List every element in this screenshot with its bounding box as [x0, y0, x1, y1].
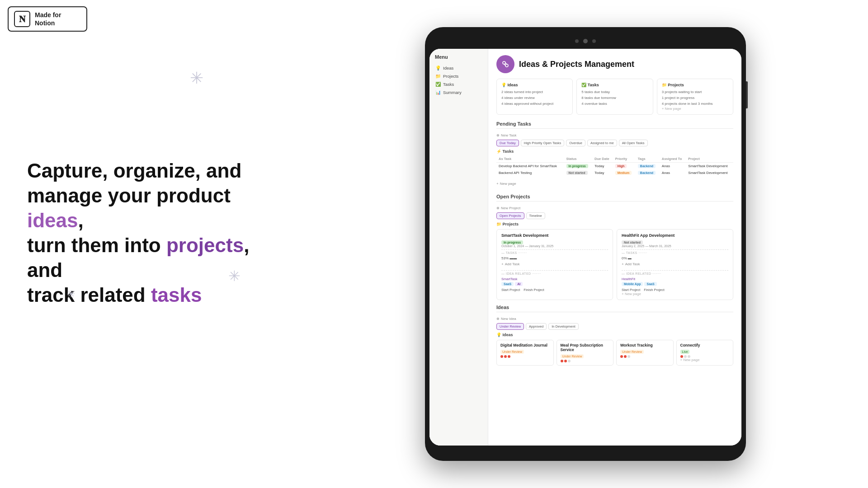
filter-timeline[interactable]: Timeline: [526, 212, 545, 219]
idea-priority-2: [561, 360, 610, 362]
idea-card-3[interactable]: Workout Tracking Under Review: [616, 340, 674, 366]
dot-1: [500, 355, 503, 358]
col-project: Project: [686, 155, 733, 163]
idea-card-1[interactable]: Digital Meditation Journal Under Review: [496, 340, 554, 366]
card-projects-title: 📁 Projects: [662, 83, 728, 87]
idea-card-4[interactable]: Connectify Live + New page: [676, 340, 734, 366]
add-task-1[interactable]: + Add Task: [501, 262, 519, 266]
new-project-button[interactable]: ⊕ New Project: [496, 206, 520, 210]
card-projects-stats: 3 projects waiting to start 1 project in…: [662, 89, 728, 107]
col-task: As Task: [496, 155, 564, 163]
hero-line1: Capture, organize, and: [27, 160, 241, 182]
camera-dot-3: [592, 39, 596, 43]
add-task-2[interactable]: + Add Task: [622, 262, 640, 266]
left-panel: 𝐍 Made for Notion ✳ ✳ ✳ Capture, organiz…: [0, 0, 303, 488]
project-idea-link-2[interactable]: HealthFit: [622, 277, 728, 281]
tasks-filter-row: Due Today High Priority Open Tasks Overd…: [496, 140, 733, 146]
project-dates-1: October 1, 2024 — January 31, 2025: [501, 244, 608, 248]
filter-open-projects[interactable]: Open Projects: [496, 212, 524, 219]
col-tags: Tags: [636, 155, 660, 163]
filter-in-development[interactable]: In Development: [548, 323, 579, 330]
idea-add-page[interactable]: + New page: [680, 358, 730, 362]
dot-3: [508, 355, 510, 358]
project-card-smarttask[interactable]: SmartTask Development In progress Octobe…: [496, 229, 613, 300]
task-project-2: SmartTask Development: [686, 169, 733, 176]
project-add-page[interactable]: + New page: [622, 292, 728, 296]
hero-projects-keyword: projects: [166, 234, 244, 256]
filter-all-open[interactable]: All Open Tasks: [619, 140, 648, 146]
logo-text: Made for Notion: [35, 11, 61, 27]
tablet-device: Menu 💡 Ideas 📁 Projects ✅ Tasks: [425, 27, 746, 461]
new-idea-button[interactable]: ⊕ New Idea: [496, 317, 516, 321]
notion-content[interactable]: Ideas & Projects Management 💡 Ideas 2 id…: [488, 49, 741, 446]
projects-icon: 📁: [435, 74, 441, 79]
sidebar-label-projects: Projects: [443, 74, 458, 79]
filter-overdue[interactable]: Overdue: [566, 140, 585, 146]
col-status: Status: [564, 155, 593, 163]
dot-4: [561, 360, 563, 362]
task-due-2: Today: [592, 169, 613, 176]
project-card-healthfit[interactable]: HealthFit App Development Not started Ja…: [617, 229, 733, 300]
task-assigned-2: Anas: [660, 169, 686, 176]
ideas-grid: Digital Meditation Journal Under Review …: [496, 340, 733, 366]
new-task-page-label: New page: [500, 182, 516, 186]
idea-name-2: Meal Prep Subscription Service: [561, 343, 610, 352]
start-project-1[interactable]: Start Project: [501, 288, 520, 292]
table-row[interactable]: Backend API Testing Not started Today Me…: [496, 169, 733, 176]
camera-dot-1: [575, 39, 579, 43]
new-task-label: New Task: [501, 133, 517, 137]
new-task-button[interactable]: ⊕ New Task: [496, 133, 517, 137]
card-ideas-stats: 2 ideas turned into project 4 ideas unde…: [501, 89, 568, 107]
tag-mobileapp-2: Mobile App: [622, 282, 643, 286]
bottom-spacer: [496, 366, 733, 375]
sidebar-item-summary[interactable]: 📊 Summary: [433, 89, 484, 96]
new-task-page-button[interactable]: + New page: [496, 182, 516, 186]
finish-project-2[interactable]: Finish Project: [644, 288, 664, 292]
sidebar-item-tasks[interactable]: ✅ Tasks: [433, 80, 484, 88]
projects-group-label: 📁 Projects: [496, 222, 733, 226]
start-project-2[interactable]: Start Project: [622, 288, 640, 292]
tablet-screen: Menu 💡 Ideas 📁 Projects ✅ Tasks: [429, 49, 741, 446]
sidebar-label-tasks: Tasks: [443, 82, 454, 87]
logo-line1: Made for: [35, 11, 61, 19]
task-name-1: Develop Backend API for SmartTask: [496, 163, 564, 170]
project-idea-link-1[interactable]: SmartTask: [501, 277, 608, 281]
project-tags-1: SaaS AI: [501, 282, 608, 286]
project-name-1: SmartTask Development: [501, 233, 608, 238]
project-status-2: Not started: [622, 240, 643, 244]
plus-icon: ⊕: [496, 133, 500, 137]
card-ideas-title: 💡 Ideas: [501, 83, 568, 87]
dot-5: [564, 360, 567, 362]
idea-priority-3: [620, 355, 670, 358]
project-actions-2: Start Project Finish Project: [622, 288, 728, 292]
tag-ai-1: AI: [515, 282, 523, 286]
filter-high-priority[interactable]: High Priority Open Tasks: [521, 140, 564, 146]
idea-priority-1: [500, 355, 550, 358]
task-tags-2: Backend: [636, 169, 660, 176]
table-row[interactable]: Develop Backend API for SmartTask In pro…: [496, 163, 733, 170]
logo-line2: Notion: [35, 19, 55, 27]
notion-layout: Menu 💡 Ideas 📁 Projects ✅ Tasks: [429, 49, 741, 446]
card-projects-add[interactable]: + New page: [662, 107, 728, 111]
idea-name-1: Digital Meditation Journal: [500, 343, 550, 347]
task-project-1: SmartTask Development: [686, 163, 733, 170]
tag-saas-2: SaaS: [644, 282, 656, 286]
dot-9: [627, 355, 630, 358]
ideas-icon: 💡: [435, 66, 441, 70]
idea-card-2[interactable]: Meal Prep Subscription Service Under Rev…: [557, 340, 614, 366]
tablet-side-button: [746, 81, 748, 108]
filter-due-today[interactable]: Due Today: [496, 140, 519, 146]
task-due-1: Today: [592, 163, 613, 170]
filter-approved[interactable]: Approved: [526, 323, 547, 330]
project-dates-2: January 2, 2025 — March 31, 2025: [622, 244, 728, 248]
sidebar-item-ideas[interactable]: 💡 Ideas: [433, 64, 484, 72]
finish-project-1[interactable]: Finish Project: [524, 288, 544, 292]
page-header: Ideas & Projects Management: [496, 55, 733, 73]
project-status-1: In progress: [501, 240, 523, 244]
projects-filter-row: Open Projects Timeline: [496, 212, 733, 219]
task-status-2: Not started: [564, 169, 593, 176]
filter-under-review[interactable]: Under Review: [496, 323, 524, 330]
filter-assigned-me[interactable]: Assigned to me: [587, 140, 617, 146]
logo-container[interactable]: 𝐍 Made for Notion: [8, 6, 87, 32]
sidebar-item-projects[interactable]: 📁 Projects: [433, 72, 484, 80]
